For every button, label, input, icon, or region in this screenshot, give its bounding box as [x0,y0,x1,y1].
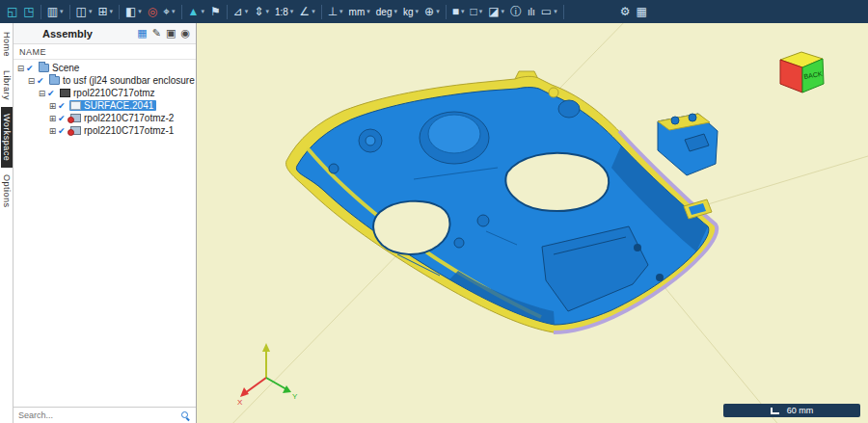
collapse-toggle-icon[interactable]: ⊟ [26,76,37,86]
zoom-target-icon[interactable]: ⌖▾ [160,2,177,21]
tree-row[interactable]: ⊟✔to usf (jl24 soundbar enclosure secon.… [14,74,196,87]
tree-node-label: Scene [52,63,79,73]
section-view-icon[interactable]: ◪▾ [485,2,507,21]
folder-icon [49,76,60,85]
tree-node-label: to usf (jl24 soundbar enclosure secon... [63,75,196,86]
statistics-icon[interactable]: ılı [525,2,538,21]
model-cylinder-top [428,115,480,153]
tree-row[interactable]: ⊟✔Scene [14,62,196,74]
solid-cube-icon[interactable]: ■▾ [449,2,468,21]
tree-node[interactable]: Scene [38,63,82,73]
tree-row[interactable]: ⊞✔rpol2210C717otmz-2 [14,112,196,124]
measure-angle-icon[interactable]: ∠▾ [296,2,317,21]
tree-node[interactable]: rpol2210C717otmz-2 [69,113,176,123]
measure-height-icon[interactable]: ⇕▾ [251,2,272,21]
transparent-cube-icon[interactable]: □▾ [467,2,485,21]
tree-row[interactable]: ⊟✔rpol2210C717otmz [14,87,196,99]
search-icon[interactable] [180,410,191,421]
globe-icon[interactable]: ⊕▾ [421,2,443,21]
tree-node[interactable]: SURFACE.2041 [69,100,156,111]
screw-boss [454,238,464,248]
collapse-toggle-icon[interactable]: ⊟ [37,89,47,98]
dropdown-caret-icon: ▾ [502,8,505,15]
dropdown-caret-icon: ▾ [109,8,113,15]
view-orientation-icon[interactable]: ◧▾ [122,2,145,21]
view-grid-icon[interactable]: ▦ [137,28,147,39]
toolbar-separator [563,5,564,19]
search-bar [14,407,196,423]
unit-mass-select[interactable]: kg▾ [400,2,421,21]
visibility-checkbox[interactable]: ✔ [58,101,69,111]
dropdown-caret-icon: ▾ [290,8,294,15]
dropdown-caret-icon: ▾ [172,8,176,15]
dropdown-caret-icon: ▾ [245,8,249,15]
scale-label: 60 mm [787,406,814,415]
y-axis-arrow [283,385,291,393]
toolbar-separator [41,5,41,19]
info-icon[interactable]: ⓘ [507,2,525,21]
model-rim-ring [549,88,558,97]
tree-node[interactable]: rpol2210C717otmz-1 [69,125,176,136]
side-tab-workspace[interactable]: Workspace [1,107,13,168]
display-mode-icon[interactable]: ▥▾ [44,2,67,21]
side-tab-library[interactable]: Library [1,64,13,107]
flag-icon[interactable]: ⚑ [207,2,224,21]
tree-node[interactable]: to usf (jl24 soundbar enclosure secon... [48,75,196,86]
mesh-icon [70,114,81,122]
side-tab-options[interactable]: Options [1,168,13,215]
dropdown-caret-icon: ▾ [461,8,465,15]
split-view-icon[interactable]: ◫▾ [73,2,95,21]
tree-node[interactable]: rpol2210C717otmz [59,88,158,98]
assembly-panel-header: Assembly ▦✎▣◉ [14,23,196,44]
layout-grid-icon[interactable]: ⊞▾ [95,2,116,21]
assembly-tree: ⊟✔Scene⊟✔to usf (jl24 soundbar enclosure… [14,60,196,407]
stamp-icon[interactable]: ⊥▾ [325,2,346,21]
edit-note-icon[interactable]: ✎ [152,28,161,39]
axis-triad: X Y [237,343,298,407]
dropdown-caret-icon: ▾ [436,8,440,15]
tree-node-label: rpol2210C717otmz-1 [84,125,174,136]
expand-toggle-icon[interactable]: ⊞ [47,126,58,136]
mesh-repair-icon[interactable]: ▲▾ [185,2,207,21]
dropdown-caret-icon: ▾ [416,8,420,15]
x-axis [245,378,266,393]
show-hide-icon[interactable]: ◉ [180,28,190,39]
unit-length-select[interactable]: mm▾ [346,2,373,21]
dropdown-caret-icon: ▾ [89,8,93,15]
viewport-3d[interactable]: BACK X Y 60 mm [197,23,868,423]
surface-icon [70,101,81,110]
unit-angle-select[interactable]: deg▾ [373,2,400,21]
visibility-checkbox[interactable]: ✔ [47,89,59,98]
model-soundbar-enclosure[interactable] [286,71,718,332]
part-library-icon[interactable]: ◱ [4,2,20,21]
toolbar-separator [181,5,182,19]
toolbar-separator [227,5,228,19]
side-tab-home[interactable]: Home [1,25,13,64]
model-bracket-part[interactable] [658,114,718,175]
view-grid-icon[interactable]: ▦ [633,2,649,21]
dropdown-caret-icon: ▾ [479,8,483,15]
import-part-icon[interactable]: ◳ [20,2,37,21]
z-axis-arrow [262,343,270,352]
toolbar: ◱◳▥▾◫▾⊞▾◧▾◎⌖▾▲▾⚑⊿▾⇕▾1:8▾∠▾⊥▾mm▾deg▾kg▾⊕▾… [0,0,868,23]
visibility-checkbox[interactable]: ✔ [26,64,38,73]
search-input[interactable] [18,410,180,420]
dropdown-caret-icon: ▾ [312,8,315,15]
viewport-canvas[interactable]: BACK X Y [197,23,868,423]
collapse-toggle-icon[interactable]: ⊟ [15,64,26,73]
measure-scale-icon[interactable]: 1:8▾ [272,2,296,21]
tree-row[interactable]: ⊞✔SURFACE.2041 [14,99,196,112]
visibility-checkbox[interactable]: ✔ [37,76,48,86]
expand-toggle-icon[interactable]: ⊞ [47,101,58,111]
settings-gear-icon[interactable]: ⚙ [617,2,634,21]
orientation-cube[interactable]: BACK [780,52,824,93]
center-view-icon[interactable]: ◎ [145,2,160,21]
dropdown-caret-icon: ▾ [202,8,205,15]
y-axis-label: Y [292,392,298,401]
expand-toggle-icon[interactable]: ⊞ [47,114,58,123]
measure-triangle-icon[interactable]: ⊿▾ [231,2,252,21]
screen-capture-icon[interactable]: ▭▾ [538,2,560,21]
model-ring-left-hole [366,136,375,145]
snapshot-icon[interactable]: ▣ [166,28,176,39]
tree-row[interactable]: ⊞✔rpol2210C717otmz-1 [14,124,196,137]
